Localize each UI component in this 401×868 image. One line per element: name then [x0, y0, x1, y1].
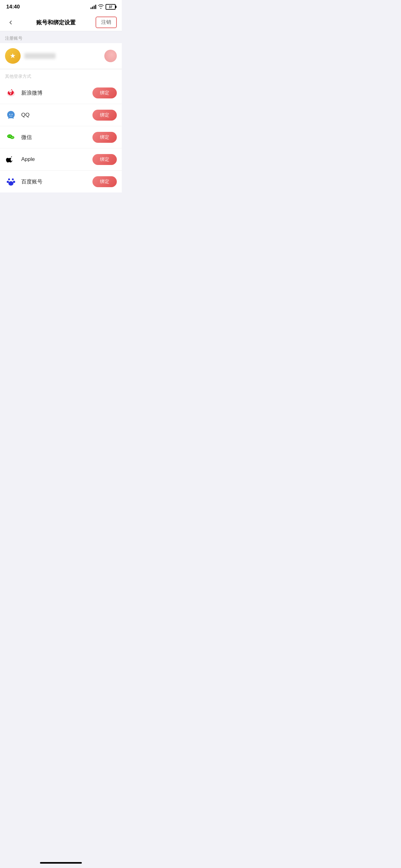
status-icons: 37	[91, 4, 115, 10]
svg-point-15	[13, 181, 15, 183]
cancel-button[interactable]: 注销	[96, 17, 117, 28]
status-time: 14:40	[6, 4, 20, 10]
list-item-wechat: 微信 绑定	[0, 126, 122, 148]
apple-item-left: Apple	[5, 153, 35, 165]
svg-point-12	[8, 178, 10, 180]
svg-point-1	[11, 89, 12, 90]
account-info: ★	[5, 48, 56, 64]
weibo-icon	[5, 87, 17, 99]
page-title: 账号和绑定设置	[36, 19, 75, 26]
account-card: ★	[0, 43, 122, 69]
qq-icon	[5, 109, 17, 121]
registered-account-label: 注册账号	[0, 31, 122, 43]
wifi-icon	[98, 4, 104, 10]
back-button[interactable]	[5, 17, 16, 28]
bind-list: 新浪微博 绑定 QQ 绑定	[0, 82, 122, 192]
baidu-bind-button[interactable]: 绑定	[93, 176, 117, 187]
other-login-label: 其他登录方式	[0, 69, 122, 82]
svg-point-5	[11, 114, 12, 115]
svg-point-14	[7, 181, 9, 183]
svg-point-8	[8, 135, 9, 136]
list-item-apple: Apple 绑定	[0, 148, 122, 170]
wechat-item-left: 微信	[5, 131, 32, 143]
signal-icon	[91, 5, 96, 9]
weibo-label: 新浪微博	[21, 89, 42, 97]
qq-item-left: QQ	[5, 109, 29, 121]
account-action-icon	[104, 50, 117, 62]
baidu-label: 百度账号	[21, 178, 42, 185]
weibo-bind-button[interactable]: 绑定	[93, 88, 117, 98]
svg-point-13	[12, 178, 14, 180]
nav-bar: 账号和绑定设置 注销	[0, 14, 122, 31]
battery-icon: 37	[106, 4, 115, 10]
wechat-label: 微信	[21, 134, 32, 141]
svg-point-2	[12, 90, 13, 91]
qq-bind-button[interactable]: 绑定	[93, 110, 117, 121]
avatar-icon: ★	[10, 52, 16, 60]
svg-point-9	[10, 135, 11, 136]
list-item-weibo: 新浪微博 绑定	[0, 82, 122, 104]
avatar: ★	[5, 48, 21, 64]
svg-point-3	[10, 93, 11, 94]
list-item-qq: QQ 绑定	[0, 104, 122, 126]
svg-point-11	[12, 137, 13, 138]
baidu-item-left: 百度账号	[5, 176, 42, 187]
apple-icon	[5, 153, 17, 165]
svg-point-10	[11, 137, 12, 138]
status-bar: 14:40 37	[0, 0, 122, 14]
weibo-item-left: 新浪微博	[5, 87, 42, 99]
svg-point-4	[9, 114, 10, 115]
battery-level: 37	[109, 5, 112, 9]
baidu-icon	[5, 176, 17, 187]
qq-label: QQ	[21, 112, 29, 118]
wechat-icon	[5, 131, 17, 143]
empty-area	[0, 192, 122, 380]
account-name	[24, 53, 56, 59]
svg-point-16	[8, 181, 13, 186]
apple-bind-button[interactable]: 绑定	[93, 154, 117, 165]
apple-label: Apple	[21, 156, 35, 162]
wechat-bind-button[interactable]: 绑定	[93, 132, 117, 143]
list-item-baidu: 百度账号 绑定	[0, 170, 122, 192]
